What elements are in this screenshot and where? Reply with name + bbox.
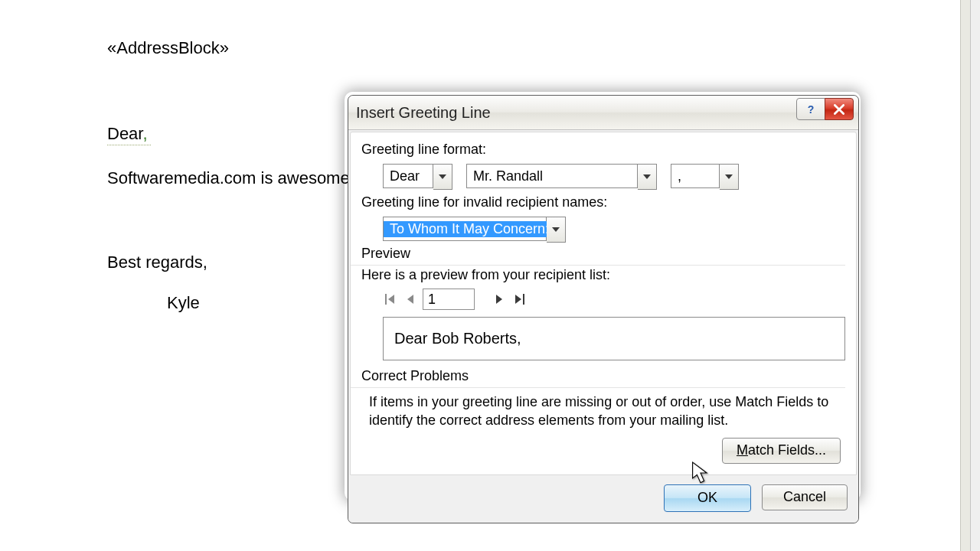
dear-text: Dear [107,124,142,143]
chevron-down-icon[interactable] [547,217,566,243]
vertical-scrollbar[interactable] [970,0,980,551]
next-record-button[interactable] [492,288,507,311]
first-record-button[interactable] [383,288,398,311]
help-icon: ? [808,103,815,116]
prev-record-button[interactable] [403,288,418,311]
close-icon [834,104,844,115]
correct-problems-group: Correct Problems If items in your greeti… [361,368,845,464]
dialog-body: Greeting line format: Dear Mr. Randall ,… [350,132,857,475]
name-format-select[interactable]: Mr. Randall [466,164,657,190]
last-record-button[interactable] [511,288,527,311]
address-block-field: «AddressBlock» [107,38,929,58]
insert-greeting-line-dialog: Insert Greeting Line ? Greeting line for… [348,95,859,523]
correct-problems-text: If items in your greeting line are missi… [369,393,842,430]
invalid-label: Greeting line for invalid recipient name… [361,194,845,210]
dialog-footer: OK Cancel [348,475,858,523]
salutation-value: Dear [384,168,426,184]
right-margin-gutter [960,0,971,551]
cancel-button[interactable]: Cancel [762,484,848,510]
record-number-input[interactable] [423,289,475,310]
divider [351,265,845,266]
format-label: Greeting line format: [361,142,845,158]
dialog-titlebar[interactable]: Insert Greeting Line ? [348,96,858,130]
record-navigator [383,288,845,311]
dialog-title: Insert Greeting Line [348,104,491,122]
chevron-down-icon[interactable] [720,164,739,190]
correct-problems-label: Correct Problems [361,368,845,384]
invalid-greeting-select[interactable]: To Whom It May Concern: [383,217,566,243]
preview-label: Preview [361,246,845,262]
preview-text: Dear Bob Roberts, [394,330,521,347]
dear-punct: , [142,124,147,143]
match-fields-button[interactable]: Match Fields... [722,438,841,464]
divider [351,387,845,388]
ok-button[interactable]: OK [664,484,751,512]
last-icon [514,293,524,305]
prev-icon [406,293,415,305]
preview-desc: Here is a preview from your recipient li… [361,267,845,283]
next-icon [495,293,504,305]
chevron-down-icon[interactable] [433,164,452,190]
invalid-greeting-value: To Whom It May Concern: [384,221,555,237]
punctuation-select[interactable]: , [671,164,739,190]
name-format-value: Mr. Randall [467,168,549,184]
salutation-select[interactable]: Dear [383,164,452,190]
preview-box: Dear Bob Roberts, [383,317,845,360]
first-icon [385,293,396,305]
chevron-down-icon[interactable] [638,164,657,190]
close-button[interactable] [825,98,854,120]
punctuation-value: , [671,168,688,184]
help-button[interactable]: ? [796,98,825,120]
